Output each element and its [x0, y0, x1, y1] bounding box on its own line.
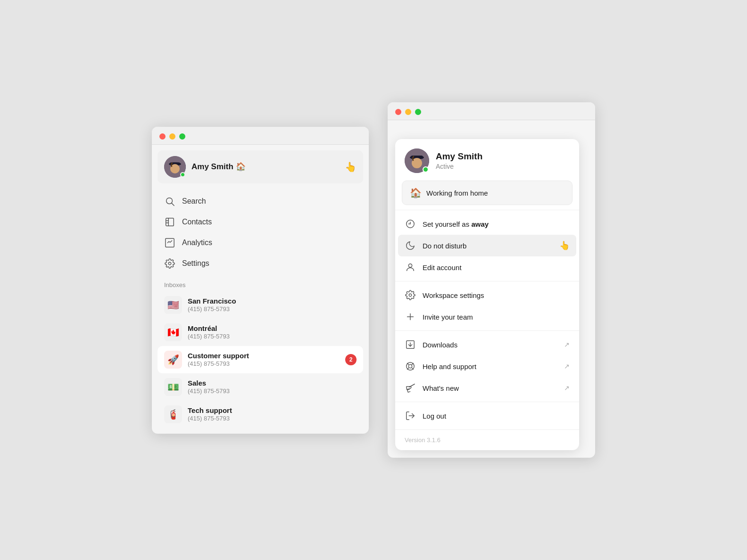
- montreal-icon: 🇨🇦: [164, 323, 182, 341]
- close-button[interactable]: [159, 133, 166, 140]
- montreal-name: Montréal: [188, 324, 357, 332]
- cursor-icon: 👆: [345, 161, 357, 173]
- logout-icon: [405, 410, 416, 421]
- cursor-dnd: 👆: [559, 240, 570, 251]
- dnd-label: Do not disturb: [423, 242, 553, 250]
- menu-item-help-support[interactable]: Help and support ↗: [398, 355, 576, 377]
- san-francisco-phone: (415) 875-5793: [188, 305, 357, 313]
- away-icon: [405, 218, 416, 230]
- maximize-button[interactable]: [179, 133, 185, 140]
- customer-support-name: Customer support: [188, 352, 340, 360]
- help-support-icon: [405, 361, 416, 372]
- menu-item-do-not-disturb[interactable]: Do not disturb 👆: [398, 235, 576, 256]
- svg-rect-6: [166, 218, 174, 226]
- inbox-item-customer-support[interactable]: 🚀 Customer support (415) 875-5793 2: [158, 346, 363, 373]
- menu-profile-section: Amy Smith Active: [395, 139, 579, 181]
- search-icon: [164, 196, 175, 207]
- san-francisco-icon: 🇺🇸: [164, 296, 182, 314]
- left-content: Amy Smith 🏠 👆 Search Contacts: [152, 145, 369, 434]
- nav-label-contacts: Contacts: [182, 218, 212, 226]
- profile-header[interactable]: Amy Smith 🏠 👆: [158, 150, 363, 183]
- help-support-label: Help and support: [423, 362, 557, 371]
- menu-item-logout[interactable]: Log out: [398, 405, 576, 427]
- menu-section-logout: Log out: [395, 402, 579, 429]
- whats-new-external-icon: ↗: [564, 384, 570, 392]
- san-francisco-info: San Francisco (415) 875-5793: [188, 297, 357, 313]
- nav-item-search[interactable]: Search: [158, 191, 363, 212]
- inbox-item-san-francisco[interactable]: 🇺🇸 San Francisco (415) 875-5793: [158, 291, 363, 319]
- set-away-label: Set yourself as away: [423, 220, 570, 228]
- sales-name: Sales: [188, 379, 357, 387]
- wfh-button[interactable]: 🏠 Working from home: [402, 181, 573, 205]
- dropdown-menu: Amy Smith Active 🏠 Working from home Set…: [395, 139, 579, 450]
- menu-section-external: Downloads ↗ Help and support ↗ What's ne…: [395, 330, 579, 402]
- menu-section-status: Set yourself as away Do not disturb 👆 Ed…: [395, 210, 579, 281]
- right-window: Amy Smith Active 🏠 Working from home Set…: [388, 102, 595, 458]
- svg-point-11: [168, 262, 171, 265]
- customer-support-badge: 2: [345, 354, 357, 365]
- tech-support-name: Tech support: [188, 406, 357, 414]
- minimize-button[interactable]: [169, 133, 175, 140]
- nav-item-contacts[interactable]: Contacts: [158, 212, 363, 232]
- status-indicator: [180, 172, 185, 177]
- sales-info: Sales (415) 875-5793: [188, 379, 357, 395]
- dnd-icon: [405, 240, 416, 251]
- nav-menu: Search Contacts Analytics Settings: [158, 191, 363, 274]
- customer-support-info: Customer support (415) 875-5793: [188, 352, 340, 367]
- downloads-icon: [405, 339, 416, 350]
- tech-support-phone: (415) 875-5793: [188, 415, 357, 422]
- menu-profile-status: Active: [436, 163, 482, 170]
- tech-support-icon: 🧯: [164, 405, 182, 423]
- nav-label-search: Search: [182, 197, 206, 206]
- megaphone-icon: [405, 382, 416, 394]
- invite-team-icon: [405, 311, 416, 322]
- menu-profile-info: Amy Smith Active: [436, 151, 482, 170]
- montreal-info: Montréal (415) 875-5793: [188, 324, 357, 340]
- montreal-phone: (415) 875-5793: [188, 333, 357, 340]
- menu-item-set-away[interactable]: Set yourself as away: [398, 213, 576, 235]
- workspace-settings-icon: [405, 289, 416, 301]
- menu-avatar: [405, 148, 429, 173]
- help-support-external-icon: ↗: [564, 362, 570, 370]
- nav-label-settings: Settings: [182, 259, 209, 268]
- menu-item-invite-team[interactable]: Invite your team: [398, 306, 576, 328]
- whats-new-label: What's new: [423, 384, 557, 392]
- menu-profile-name: Amy Smith: [436, 151, 482, 162]
- downloads-external-icon: ↗: [564, 341, 570, 348]
- logout-label: Log out: [423, 412, 570, 420]
- menu-item-workspace-settings[interactable]: Workspace settings: [398, 284, 576, 306]
- inbox-item-sales[interactable]: 💵 Sales (415) 875-5793: [158, 373, 363, 401]
- svg-point-20: [409, 294, 412, 296]
- menu-item-whats-new[interactable]: What's new ↗: [398, 377, 576, 399]
- san-francisco-name: San Francisco: [188, 297, 357, 305]
- svg-point-19: [408, 264, 412, 267]
- right-close-button[interactable]: [395, 109, 401, 115]
- inbox-item-tech-support[interactable]: 🧯 Tech support (415) 875-5793: [158, 401, 363, 428]
- left-window: Amy Smith 🏠 👆 Search Contacts: [152, 127, 369, 434]
- wfh-emoji: 🏠: [410, 187, 422, 198]
- left-titlebar: [152, 127, 369, 145]
- right-titlebar: [388, 102, 595, 120]
- inbox-item-montreal[interactable]: 🇨🇦 Montréal (415) 875-5793: [158, 319, 363, 346]
- right-minimize-button[interactable]: [405, 109, 411, 115]
- tech-support-info: Tech support (415) 875-5793: [188, 406, 357, 422]
- right-maximize-button[interactable]: [415, 109, 421, 115]
- nav-item-analytics[interactable]: Analytics: [158, 232, 363, 253]
- version-text: Version 3.1.6: [395, 429, 579, 450]
- svg-point-26: [408, 364, 412, 368]
- svg-rect-10: [166, 238, 174, 247]
- gear-icon: [164, 258, 175, 269]
- invite-team-label: Invite your team: [423, 313, 570, 321]
- menu-item-edit-account[interactable]: Edit account: [398, 256, 576, 278]
- nav-label-analytics: Analytics: [182, 239, 212, 247]
- nav-item-settings[interactable]: Settings: [158, 253, 363, 274]
- svg-point-4: [166, 198, 173, 204]
- customer-support-icon: 🚀: [164, 351, 182, 369]
- edit-account-icon: [405, 262, 416, 273]
- edit-account-label: Edit account: [423, 264, 570, 272]
- right-content: Amy Smith Active 🏠 Working from home Set…: [388, 120, 595, 458]
- sales-phone: (415) 875-5793: [188, 387, 357, 395]
- menu-item-downloads[interactable]: Downloads ↗: [398, 334, 576, 355]
- customer-support-phone: (415) 875-5793: [188, 360, 340, 367]
- inboxes-section: Inboxes 🇺🇸 San Francisco (415) 875-5793 …: [158, 278, 363, 428]
